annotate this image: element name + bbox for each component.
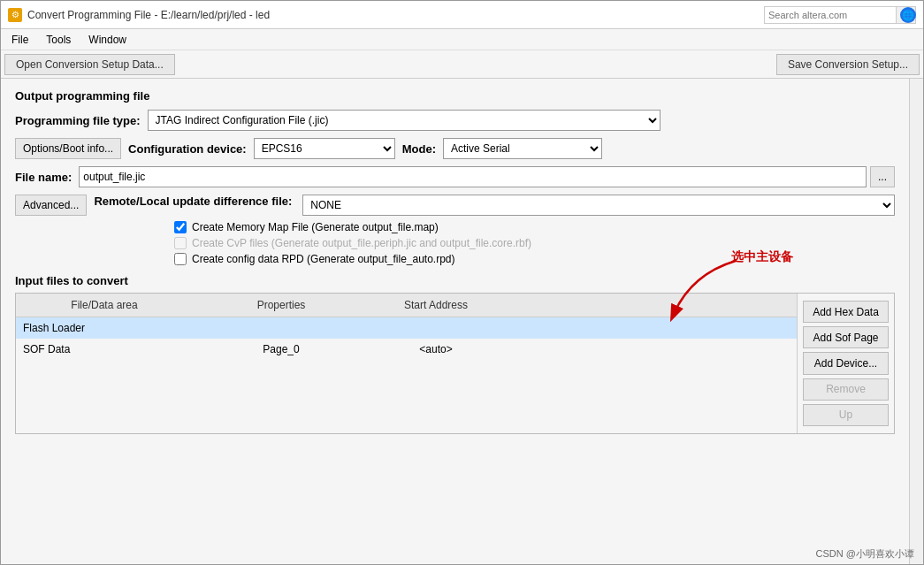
footer: CSDN @小明喜欢小谭 (816, 547, 914, 561)
options-boot-button[interactable]: Options/Boot info... (15, 138, 121, 159)
col-header-address: Start Address (370, 297, 502, 313)
table-row[interactable]: Flash Loader (16, 317, 797, 339)
remote-local-select[interactable]: NONE (302, 195, 895, 216)
checkbox1-label: Create Memory Map File (Generate output_… (192, 221, 439, 233)
advanced-button[interactable]: Advanced... (15, 195, 87, 216)
save-conversion-button[interactable]: Save Conversion Setup... (776, 54, 920, 75)
mode-select[interactable]: Active Serial (443, 138, 602, 159)
input-section-title: Input files to convert (15, 274, 895, 287)
config-device-label: Configuration device: (128, 142, 247, 156)
search-input[interactable] (764, 6, 897, 24)
up-button[interactable]: Up (803, 404, 889, 426)
menu-file[interactable]: File (4, 32, 35, 48)
table-area: File/Data area Properties Start Address … (16, 294, 797, 433)
cell-address-0 (370, 320, 502, 336)
title-bar: ⚙ Convert Programming File - E:/learn/le… (1, 1, 923, 29)
cell-address-1: <auto> (370, 341, 502, 357)
checkbox3[interactable] (174, 253, 187, 265)
search-area: 🌐 (764, 6, 916, 24)
remove-button[interactable]: Remove (803, 378, 889, 401)
table-row[interactable]: SOF Data Page_0 <auto> (16, 339, 797, 360)
open-conversion-button[interactable]: Open Conversion Setup Data... (4, 54, 175, 75)
menu-tools[interactable]: Tools (39, 32, 78, 48)
advanced-row: Advanced... Remote/Local update differen… (15, 195, 895, 216)
app-icon: ⚙ (8, 8, 22, 22)
app-window: ⚙ Convert Programming File - E:/learn/le… (0, 0, 924, 565)
globe-icon: 🌐 (900, 7, 916, 23)
right-buttons-panel: Add Hex Data Add Sof Page Add Device... … (797, 294, 894, 433)
add-device-button[interactable]: Add Device... (803, 352, 889, 374)
cell-properties-0 (193, 320, 370, 336)
remote-local-label: Remote/Local update difference file: (94, 195, 292, 208)
browse-button[interactable]: ... (870, 166, 895, 187)
add-hex-data-button[interactable]: Add Hex Data (803, 301, 889, 323)
checkbox3-row: Create config data RPD (Generate output_… (174, 253, 895, 265)
checkbox2-row: Create CvP files (Generate output_file.p… (174, 237, 895, 249)
file-name-row: File name: ... (15, 166, 895, 187)
menu-window[interactable]: Window (81, 32, 134, 48)
programming-file-type-select[interactable]: JTAG Indirect Configuration File (.jic) (148, 110, 661, 131)
mode-label: Mode: (402, 142, 436, 156)
checkbox2[interactable] (174, 237, 187, 249)
checkbox1-row: Create Memory Map File (Generate output_… (174, 221, 895, 233)
main-panel: Output programming file Programming file… (1, 79, 909, 564)
scrollbar[interactable] (909, 79, 923, 564)
cell-file-1: SOF Data (16, 341, 193, 357)
checkbox2-label: Create CvP files (Generate output_file.p… (192, 237, 531, 249)
cell-properties-1: Page_0 (193, 341, 370, 357)
table-header: File/Data area Properties Start Address (16, 294, 797, 317)
config-mode-row: Options/Boot info... Configuration devic… (15, 138, 895, 159)
cell-file-0: Flash Loader (16, 320, 193, 336)
file-name-input[interactable] (79, 166, 867, 187)
checkbox3-label: Create config data RPD (Generate output_… (192, 253, 455, 265)
checkbox1[interactable] (174, 221, 187, 233)
menu-bar: File Tools Window (1, 29, 923, 50)
programming-file-type-label: Programming file type: (15, 114, 141, 127)
add-sof-page-button[interactable]: Add Sof Page (803, 326, 889, 348)
content-area: Output programming file Programming file… (1, 79, 923, 564)
input-section-container: 选中主设备 Input files to convert (15, 274, 895, 434)
output-section-title: Output programming file (15, 89, 895, 103)
title-bar-left: ⚙ Convert Programming File - E:/learn/le… (8, 8, 270, 22)
config-device-select[interactable]: EPCS16 (254, 138, 395, 159)
file-name-label: File name: (15, 171, 72, 184)
programming-file-type-row: Programming file type: JTAG Indirect Con… (15, 110, 895, 131)
col-header-file: File/Data area (16, 297, 193, 313)
window-title: Convert Programming File - E:/learn/led/… (27, 9, 270, 21)
input-files-wrapper: File/Data area Properties Start Address … (15, 293, 895, 434)
top-toolbar: Open Conversion Setup Data... Save Conve… (1, 50, 923, 79)
col-header-properties: Properties (193, 297, 370, 313)
